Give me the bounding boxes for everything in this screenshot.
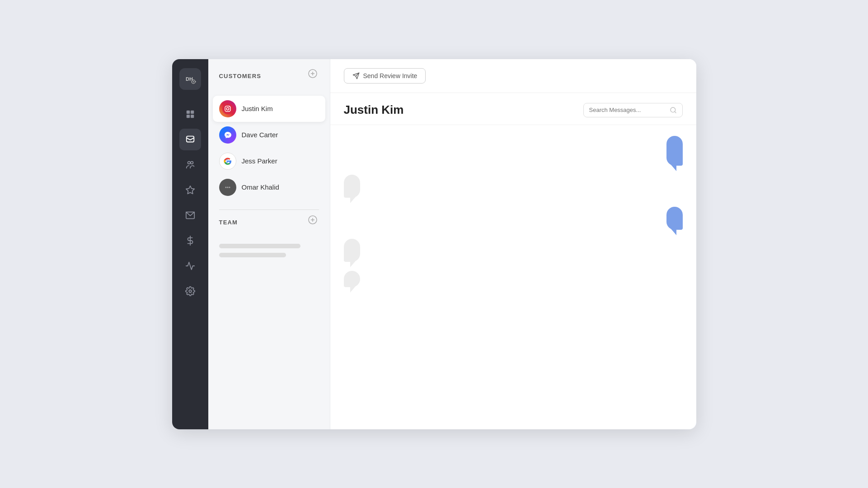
svg-rect-9: [186, 136, 194, 142]
customer-item-omar-khalid[interactable]: Omar Khalid: [213, 174, 325, 200]
team-title: TEAM: [219, 219, 238, 226]
svg-rect-19: [222, 103, 233, 114]
team-section: TEAM: [208, 219, 330, 257]
top-bar: Send Review Invite: [330, 59, 696, 93]
send-invite-label: Send Review Invite: [363, 72, 418, 79]
svg-point-29: [229, 186, 230, 188]
svg-point-3: [192, 81, 194, 82]
chat-messages: [330, 125, 696, 429]
avatar-dave-carter: [219, 126, 236, 144]
add-customer-button[interactable]: [306, 67, 319, 80]
nav-item-users[interactable]: [179, 154, 201, 176]
nav-item-dashboard[interactable]: [179, 103, 201, 125]
add-team-member-button[interactable]: [306, 214, 319, 226]
main-content: Send Review Invite Justin Kim: [330, 59, 696, 429]
team-placeholders: [219, 244, 319, 257]
nav-item-billing[interactable]: [179, 230, 201, 251]
svg-marker-12: [186, 186, 194, 193]
svg-rect-8: [190, 114, 193, 117]
message-incoming-2: [344, 239, 360, 262]
customer-panel: CUSTOMERS: [208, 59, 330, 429]
nav-item-mail[interactable]: [179, 204, 201, 226]
customer-item-justin-kim[interactable]: Justin Kim: [213, 96, 325, 122]
svg-point-27: [225, 186, 226, 188]
svg-point-23: [222, 130, 233, 140]
svg-point-28: [227, 186, 228, 188]
customer-name-justin-kim: Justin Kim: [242, 105, 273, 112]
svg-point-22: [229, 107, 230, 107]
nav-item-settings[interactable]: [179, 280, 201, 302]
message-outgoing-2: [666, 207, 683, 230]
chat-header: Justin Kim: [330, 93, 696, 125]
nav-item-analytics[interactable]: [179, 255, 201, 277]
nav-item-favorites[interactable]: [179, 179, 201, 201]
send-icon: [352, 72, 360, 79]
customer-name-dave-carter: Dave Carter: [242, 131, 278, 139]
svg-rect-5: [186, 110, 189, 113]
svg-line-36: [675, 112, 676, 113]
sidebar-nav: DH: [172, 59, 208, 429]
svg-point-10: [188, 161, 190, 164]
chat-contact-name: Justin Kim: [344, 103, 404, 117]
message-outgoing-1: [666, 136, 683, 166]
customer-name-jess-parker: Jess Parker: [242, 157, 277, 165]
customer-item-dave-carter[interactable]: Dave Carter: [213, 122, 325, 148]
customer-name-omar-khalid: Omar Khalid: [242, 183, 279, 191]
svg-rect-7: [186, 114, 189, 117]
search-icon: [670, 107, 677, 114]
svg-point-11: [190, 161, 193, 164]
avatar-omar-khalid: [219, 179, 236, 196]
message-incoming-partial: [344, 271, 360, 287]
search-messages-box[interactable]: [583, 103, 683, 117]
svg-point-15: [189, 290, 192, 293]
nav-items: [172, 103, 208, 420]
customer-item-jess-parker[interactable]: G Jess Parker: [213, 148, 325, 174]
send-review-invite-button[interactable]: Send Review Invite: [344, 68, 426, 84]
placeholder-bar-1: [219, 244, 300, 248]
app-container: DH: [172, 59, 696, 429]
search-messages-input[interactable]: [589, 107, 666, 113]
nav-item-messages[interactable]: [179, 129, 201, 150]
avatar-jess-parker: G: [219, 153, 236, 170]
customers-title: CUSTOMERS: [219, 73, 262, 79]
message-incoming-1: [344, 175, 360, 198]
app-logo[interactable]: DH: [179, 68, 201, 90]
placeholder-bar-2: [219, 253, 286, 257]
svg-rect-6: [190, 110, 193, 113]
avatar-justin-kim: [219, 100, 236, 117]
customer-list: Justin Kim Dave Carte: [208, 96, 330, 200]
section-divider: [219, 209, 319, 210]
